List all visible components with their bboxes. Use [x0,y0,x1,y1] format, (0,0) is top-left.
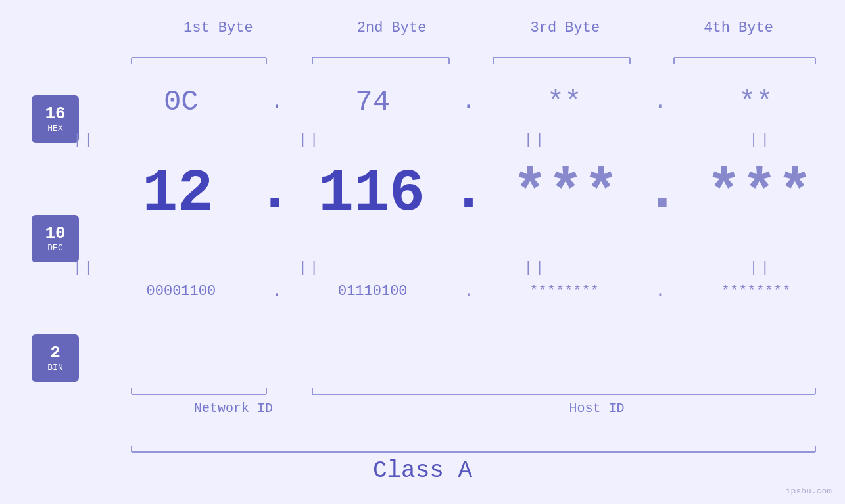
bin-val-1: 00001100 [115,283,247,300]
eq-2-1: || [18,260,150,276]
bin-dot-3: . [650,283,670,300]
bin-dot-2: . [458,283,478,300]
eq-2-4: || [695,260,827,276]
hex-dot-2: . [458,90,478,114]
hex-val-4: ** [690,85,822,118]
brackets-svg [0,0,845,504]
hex-val-2: 74 [307,85,439,118]
byte-label-1: 1st Byte [153,20,284,36]
dec-dot-3: . [644,158,680,225]
dec-num-3: *** [512,160,619,227]
watermark: ipshu.com [786,486,832,496]
dec-dot-1: . [257,158,293,225]
eq-1-2: || [244,131,375,148]
main-container: 1st Byte 2nd Byte 3rd Byte 4th Byte 16 H… [0,0,845,504]
dec-num-1: 12 [142,160,213,227]
dec-dot-2: . [450,158,486,225]
byte-label-2: 2nd Byte [326,20,458,36]
host-id-label: Host ID [362,401,832,416]
dec-val-2: 116 [306,160,437,227]
network-id-label: Network ID [105,401,362,416]
eq-1-3: || [470,131,601,148]
equals-row-1: || || || || [0,131,845,148]
dec-val-4: *** [694,160,825,227]
dec-row: 12 . 116 . *** . *** [105,158,832,230]
dec-badge: 10 DEC [32,215,79,262]
bin-dot-1: . [267,283,287,300]
bin-val-3: ******** [498,283,630,300]
eq-1-4: || [695,131,827,148]
eq-1-1: || [18,131,150,148]
dec-badge-label: DEC [47,243,62,253]
bin-val-2: 01110100 [307,283,439,300]
equals-row-2: || || || || [0,260,845,276]
dec-val-3: *** [500,160,631,227]
bin-row: 00001100 . 01110100 . ******** . *******… [105,283,832,300]
byte-labels-row: 1st Byte 2nd Byte 3rd Byte 4th Byte [132,20,825,36]
bin-badge-num: 2 [50,344,60,361]
hex-dot-1: . [267,90,287,114]
hex-val-3: ** [498,85,630,118]
bin-val-4: ******** [690,283,822,300]
hex-badge-num: 16 [45,105,65,122]
class-a-label: Class A [0,457,845,484]
eq-2-2: || [244,260,375,276]
eq-2-3: || [470,260,601,276]
hex-val-1: 0C [115,85,247,118]
hex-row: 0C . 74 . ** . ** [105,85,832,118]
hex-dot-3: . [650,90,670,114]
bin-badge-label: BIN [47,363,62,373]
dec-num-4: *** [706,160,813,227]
dec-num-2: 116 [318,160,425,227]
bin-badge: 2 BIN [32,334,79,382]
byte-label-3: 3rd Byte [499,20,631,36]
byte-label-4: 4th Byte [673,20,804,36]
id-labels-row: Network ID Host ID [105,401,832,416]
dec-badge-num: 10 [45,225,65,242]
dec-val-1: 12 [112,160,243,227]
